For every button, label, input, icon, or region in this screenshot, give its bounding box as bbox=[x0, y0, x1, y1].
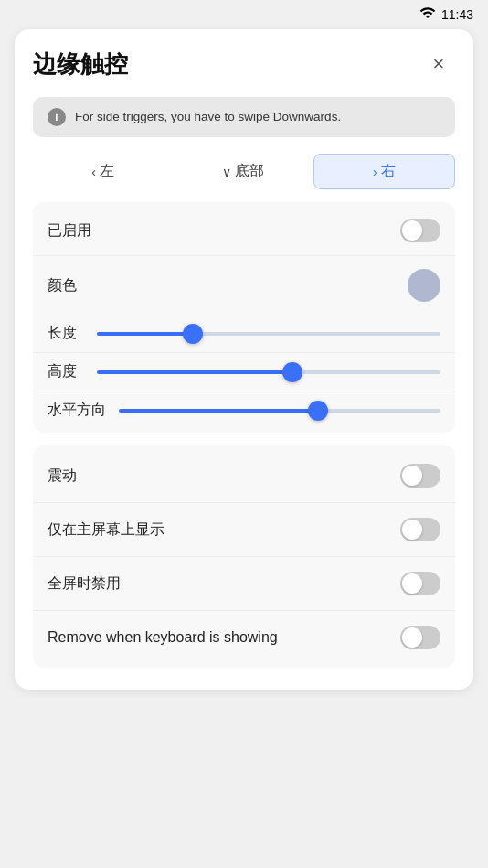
vibrate-toggle[interactable] bbox=[400, 464, 440, 488]
tab-left[interactable]: ‹ 左 bbox=[33, 155, 173, 188]
tab-right[interactable]: › 右 bbox=[313, 154, 455, 189]
dialog-header: 边缘触控 × bbox=[33, 48, 455, 80]
info-banner: i For side triggers, you have to swipe D… bbox=[33, 97, 455, 137]
length-slider-row: 长度 bbox=[33, 315, 455, 352]
tab-bottom-icon: ∨ bbox=[222, 165, 231, 179]
height-slider-track[interactable] bbox=[97, 370, 440, 374]
color-swatch[interactable] bbox=[408, 269, 440, 302]
horizontal-slider-row: 水平方向 bbox=[33, 391, 455, 429]
tab-bottom[interactable]: ∨ 底部 bbox=[173, 155, 313, 188]
tab-right-label: 右 bbox=[381, 162, 396, 181]
keyboard-label: Remove when keyboard is showing bbox=[48, 629, 278, 646]
horizontal-slider-track[interactable] bbox=[119, 409, 440, 413]
fullscreen-label: 全屏时禁用 bbox=[48, 574, 121, 594]
homescreen-row: 仅在主屏幕上显示 bbox=[33, 503, 455, 557]
main-settings-card: 已启用 颜色 长度 高度 水平方向 bbox=[33, 202, 455, 433]
height-slider-thumb[interactable] bbox=[282, 362, 302, 382]
vibrate-row: 震动 bbox=[33, 449, 455, 503]
length-label: 长度 bbox=[48, 324, 84, 343]
bottom-settings-card: 震动 仅在主屏幕上显示 全屏时禁用 Remove when keyboard i… bbox=[33, 445, 455, 668]
horizontal-slider-thumb[interactable] bbox=[308, 401, 328, 421]
homescreen-label: 仅在主屏幕上显示 bbox=[48, 520, 164, 540]
enabled-toggle[interactable] bbox=[400, 219, 440, 242]
fullscreen-toggle[interactable] bbox=[400, 572, 440, 595]
horizontal-label: 水平方向 bbox=[48, 401, 106, 420]
keyboard-toggle[interactable] bbox=[400, 626, 440, 649]
tab-left-label: 左 bbox=[100, 162, 114, 181]
height-slider-row: 高度 bbox=[33, 352, 455, 391]
enabled-label: 已启用 bbox=[48, 221, 91, 241]
horizontal-slider-fill bbox=[119, 409, 318, 413]
wifi-icon bbox=[419, 5, 436, 25]
vibrate-label: 震动 bbox=[48, 466, 77, 486]
height-label: 高度 bbox=[48, 362, 84, 381]
homescreen-toggle[interactable] bbox=[400, 518, 440, 541]
color-label: 颜色 bbox=[48, 276, 77, 295]
tab-right-icon: › bbox=[373, 165, 377, 179]
length-slider-fill bbox=[97, 332, 193, 336]
status-bar: 11:43 bbox=[0, 0, 488, 29]
fullscreen-row: 全屏时禁用 bbox=[33, 557, 455, 611]
length-slider-thumb[interactable] bbox=[183, 324, 203, 344]
tab-left-icon: ‹ bbox=[91, 165, 96, 179]
height-slider-fill bbox=[97, 370, 292, 374]
color-row: 颜色 bbox=[33, 255, 455, 315]
tab-bottom-label: 底部 bbox=[235, 162, 264, 181]
info-icon: i bbox=[48, 108, 66, 126]
keyboard-row: Remove when keyboard is showing bbox=[33, 611, 455, 664]
dialog: 边缘触控 × i For side triggers, you have to … bbox=[15, 29, 473, 690]
close-button[interactable]: × bbox=[422, 48, 455, 80]
tab-bar: ‹ 左 ∨ 底部 › 右 bbox=[33, 154, 455, 189]
info-text: For side triggers, you have to swipe Dow… bbox=[75, 109, 341, 126]
enabled-row: 已启用 bbox=[33, 206, 455, 255]
length-slider-track[interactable] bbox=[97, 332, 440, 336]
status-time: 11:43 bbox=[441, 7, 473, 22]
dialog-title: 边缘触控 bbox=[33, 48, 128, 80]
